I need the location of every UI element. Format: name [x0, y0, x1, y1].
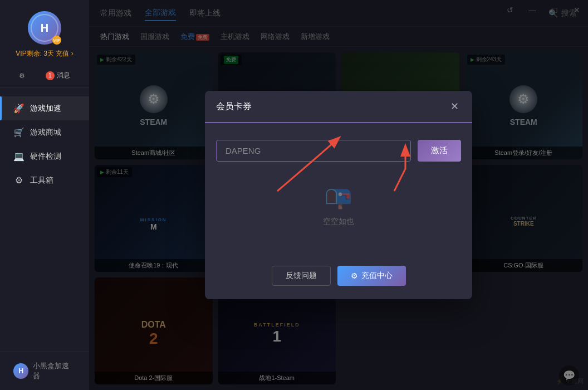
game-boost-label: 游戏加速 [30, 104, 61, 114]
modal-footer: 反馈问题 ⚙ 充值中心 [205, 266, 472, 299]
sidebar-item-toolbox[interactable]: ⚙ 工具箱 [0, 168, 89, 192]
app-branding: H 小黑盒加速器 [13, 361, 76, 381]
game-store-icon: 🛒 [13, 127, 24, 138]
recharge-label: 充值中心 [361, 271, 393, 281]
coupon-input-field[interactable] [216, 140, 411, 162]
game-store-label: 游戏商城 [30, 128, 61, 138]
empty-icon: 📭 [325, 184, 352, 210]
sidebar-item-game-boost[interactable]: 🚀 游戏加速 [0, 96, 89, 120]
message-label: 消息 [57, 71, 70, 80]
hardware-label: 硬件检测 [30, 152, 61, 162]
settings-icon: ⚙ [19, 72, 25, 80]
game-boost-icon: 🚀 [13, 103, 24, 114]
settings-button[interactable]: ⚙ [14, 69, 30, 82]
app-logo: H VIP [28, 11, 61, 45]
app-name: 小黑盒加速器 [33, 361, 76, 381]
logo-badge: VIP [52, 36, 61, 45]
toolbox-label: 工具箱 [30, 176, 53, 186]
coupon-input-row: 激活 [216, 140, 461, 162]
messages-button[interactable]: 1 消息 [41, 69, 75, 82]
sidebar-actions: ⚙ 1 消息 [0, 64, 89, 87]
sidebar: H VIP VIP剩余: 3天 充值 › ⚙ 1 消息 🚀 游戏加速 🛒 游戏商… [0, 0, 89, 390]
activate-button[interactable]: 激活 [418, 140, 461, 162]
modal-title: 会员卡券 [216, 101, 252, 113]
sidebar-logo-area: H VIP VIP剩余: 3天 充值 › [0, 0, 89, 64]
sidebar-bottom: H 小黑盒加速器 [0, 352, 89, 390]
modal-close-button[interactable]: ✕ [448, 100, 461, 113]
sidebar-item-hardware[interactable]: 💻 硬件检测 [0, 144, 89, 168]
coupon-modal: 会员卡券 ✕ 激活 📭 空空如也 反馈问题 ⚙ [205, 91, 472, 299]
small-logo: H [13, 363, 28, 379]
modal-body: 激活 📭 空空如也 [205, 123, 472, 266]
main-content: ↺ — □ ✕ 常用游戏 全部游戏 即将上线 🔍 搜索 热门游戏 国服游戏 免费… [89, 0, 588, 390]
modal-overlay[interactable]: 会员卡券 ✕ 激活 📭 空空如也 反馈问题 ⚙ [89, 0, 588, 390]
message-badge: 1 [46, 71, 55, 80]
app-container: H VIP VIP剩余: 3天 充值 › ⚙ 1 消息 🚀 游戏加速 🛒 游戏商… [0, 0, 588, 390]
empty-label: 空空如也 [323, 217, 354, 227]
active-indicator [0, 96, 2, 120]
sidebar-item-game-store[interactable]: 🛒 游戏商城 [0, 120, 89, 144]
toolbox-icon: ⚙ [13, 175, 24, 186]
empty-coupon-area: 📭 空空如也 [216, 162, 461, 249]
modal-header: 会员卡券 ✕ [205, 91, 472, 123]
hardware-icon: 💻 [13, 151, 24, 162]
sidebar-nav: 🚀 游戏加速 🛒 游戏商城 💻 硬件检测 ⚙ 工具箱 [0, 87, 89, 352]
feedback-button[interactable]: 反馈问题 [272, 266, 331, 286]
recharge-gear-icon: ⚙ [351, 271, 358, 280]
vip-status[interactable]: VIP剩余: 3天 充值 › [16, 49, 73, 58]
recharge-button[interactable]: ⚙ 充值中心 [337, 266, 406, 286]
